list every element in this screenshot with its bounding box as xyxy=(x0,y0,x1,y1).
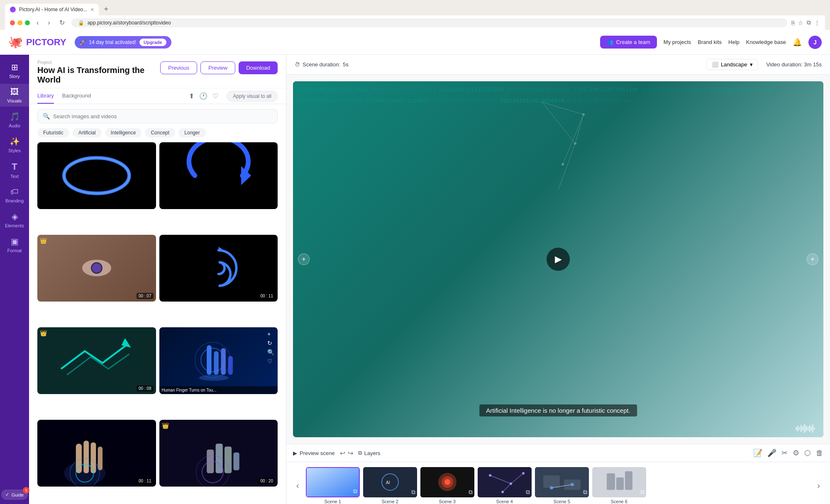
scene-label-2: Scene 2 xyxy=(381,499,398,504)
browser-tab-active[interactable]: Pictory.AI - Home of AI Video... × xyxy=(5,4,99,15)
team-icon: 👥 xyxy=(607,39,613,45)
media-add-icon-6[interactable]: + xyxy=(267,331,274,337)
media-item-6[interactable]: + ↻ 🔍 ♡ Human Finger Turns on Tou... xyxy=(159,327,278,394)
upload-icon[interactable]: ⬆ xyxy=(189,92,194,100)
browser-right-icons: ⎘ ☆ ⧉ ⋮ xyxy=(791,19,820,26)
redo-button[interactable]: ↪ xyxy=(348,449,353,457)
media-item-1[interactable] xyxy=(37,142,156,209)
media-refresh-icon-6[interactable]: ↻ xyxy=(267,340,274,346)
add-scene-right-button[interactable]: + xyxy=(807,253,818,265)
scene-thumb-6[interactable]: ⧉ xyxy=(592,467,646,497)
menu-icon[interactable]: ⋮ xyxy=(814,19,820,26)
forward-button[interactable]: › xyxy=(45,18,52,27)
sidebar-item-styles[interactable]: ✨ Styles xyxy=(0,133,29,156)
media-search-icon-6[interactable]: 🔍 xyxy=(267,349,274,355)
branding-icon: 🏷 xyxy=(10,187,19,197)
scene-thumb-5[interactable]: ⧉ xyxy=(535,467,589,497)
back-button[interactable]: ‹ xyxy=(34,18,41,27)
media-item-7[interactable]: 00 : 11 xyxy=(37,420,156,487)
maximize-window-button[interactable] xyxy=(25,20,30,25)
landscape-button[interactable]: ⬜ Landscape ▾ xyxy=(706,59,758,70)
scene-thumb-1[interactable]: ⧉ xyxy=(306,467,360,497)
preview-button[interactable]: Preview xyxy=(200,61,235,74)
preview-scene-button[interactable]: ▶ Preview scene xyxy=(293,450,335,456)
filter-tag-concept[interactable]: Concept xyxy=(145,128,175,137)
play-button[interactable]: ▶ xyxy=(547,248,570,271)
sidebar-guide[interactable]: ✓ Guide 5 xyxy=(1,485,28,504)
project-title: How AI is Transforming the World xyxy=(37,66,160,85)
apply-visual-button[interactable]: Apply visual to all xyxy=(227,91,278,102)
scene-thumb-2[interactable]: AI ⧉ xyxy=(363,467,417,497)
sidebar-item-label-audio: Audio xyxy=(9,123,20,128)
my-projects-link[interactable]: My projects xyxy=(664,39,691,45)
scene-item-6: ⧉ Scene 6 xyxy=(592,467,646,504)
sidebar-item-elements[interactable]: ◈ Elements xyxy=(0,208,29,231)
avatar[interactable]: J xyxy=(808,36,822,49)
heart-icon[interactable]: ♡ xyxy=(212,92,218,100)
trim-icon[interactable]: ✂ xyxy=(781,448,788,458)
tab-library[interactable]: Library xyxy=(37,88,54,104)
sidebar-item-audio[interactable]: 🎵 Audio xyxy=(0,108,29,131)
close-window-button[interactable] xyxy=(10,20,15,25)
previous-button[interactable]: Previous xyxy=(160,61,197,74)
media-item-4[interactable]: 00 : 11 xyxy=(159,235,278,302)
undo-redo: ↩ ↪ xyxy=(340,449,353,457)
settings-icon[interactable]: ⚙ xyxy=(793,448,799,458)
topbar: 🐙 PICTORY 🚀 14 day trial activated! Upgr… xyxy=(0,30,830,55)
tab-close-button[interactable]: × xyxy=(90,6,94,13)
media-item-8[interactable]: 👑 00 : 20 xyxy=(159,420,278,487)
clock-icon[interactable]: 🕐 xyxy=(199,92,208,100)
add-scene-left-button[interactable]: + xyxy=(298,253,310,265)
media-item-2[interactable] xyxy=(159,142,278,209)
cast-icon[interactable]: ⎘ xyxy=(791,19,795,26)
sidebar-item-text[interactable]: T Text xyxy=(0,158,29,182)
scene-thumb-4[interactable]: ⧉ xyxy=(478,467,532,497)
filter-tag-intelligence[interactable]: Intelligence xyxy=(105,128,142,137)
create-team-button[interactable]: 👥 Create a team xyxy=(600,36,657,49)
filter-tag-futuristic[interactable]: Futuristic xyxy=(37,128,69,137)
new-tab-button[interactable]: + xyxy=(100,3,112,15)
svg-line-29 xyxy=(559,144,575,189)
scene-thumb-3[interactable]: ⧉ xyxy=(420,467,474,497)
sidebar-item-visuals[interactable]: 🖼 Visuals xyxy=(0,84,29,107)
captions-icon[interactable]: 📝 xyxy=(753,448,762,458)
upgrade-button[interactable]: Upgrade xyxy=(139,39,166,46)
share-icon[interactable]: ⬡ xyxy=(804,448,811,458)
subtitle-bar: Artificial Intelligence is no longer a f… xyxy=(479,404,637,416)
minimize-window-button[interactable] xyxy=(17,20,22,25)
search-input[interactable] xyxy=(53,113,272,119)
sidebar-item-branding[interactable]: 🏷 Branding xyxy=(0,184,29,207)
crown-icon-8: 👑 xyxy=(162,422,169,429)
timeline-next-button[interactable]: › xyxy=(815,479,822,492)
star-icon[interactable]: ☆ xyxy=(798,19,803,26)
clock-scene-icon: ⏱ xyxy=(295,61,300,68)
layers-button[interactable]: ⧉ Layers xyxy=(358,450,381,456)
filter-tag-artificial[interactable]: Artificial xyxy=(73,128,102,137)
scene-bg-3 xyxy=(420,467,474,497)
help-link[interactable]: Help xyxy=(728,39,740,45)
guide-button[interactable]: ✓ Guide 5 xyxy=(1,489,28,500)
microphone-icon[interactable]: 🎤 xyxy=(767,448,776,458)
refresh-button[interactable]: ↻ xyxy=(57,18,67,27)
extensions-icon[interactable]: ⧉ xyxy=(807,19,811,26)
brand-kits-link[interactable]: Brand kits xyxy=(698,39,722,45)
media-item-3[interactable]: 👑 00 : 07 xyxy=(37,235,156,302)
undo-button[interactable]: ↩ xyxy=(340,449,345,457)
knowledge-base-link[interactable]: Knowledge base xyxy=(746,39,786,45)
browser-chrome: Pictory.AI - Home of AI Video... × + ‹ ›… xyxy=(0,0,830,30)
timeline-prev-button[interactable]: ‹ xyxy=(295,479,301,492)
sidebar-item-story[interactable]: ⊞ Story xyxy=(0,59,29,82)
sidebar-item-format[interactable]: ▣ Format xyxy=(0,233,29,256)
logo[interactable]: 🐙 PICTORY xyxy=(8,35,66,49)
media-heart-icon-6[interactable]: ♡ xyxy=(267,358,274,365)
media-item-5[interactable]: 👑 00 : 08 xyxy=(37,327,156,394)
delete-icon[interactable]: 🗑 xyxy=(816,449,823,458)
sidebar-item-label-story: Story xyxy=(9,74,20,79)
tab-background[interactable]: Background xyxy=(62,88,91,104)
address-bar[interactable]: 🔒 app.pictory.ai/storyboard/scripttovide… xyxy=(71,18,787,27)
download-button[interactable]: Download xyxy=(239,61,278,74)
notification-bell-icon[interactable]: 🔔 xyxy=(793,38,802,47)
project-header: Project How AI is Transforming the World… xyxy=(29,55,286,88)
filter-tag-longer[interactable]: Longer xyxy=(178,128,205,137)
svg-rect-41 xyxy=(478,467,532,497)
